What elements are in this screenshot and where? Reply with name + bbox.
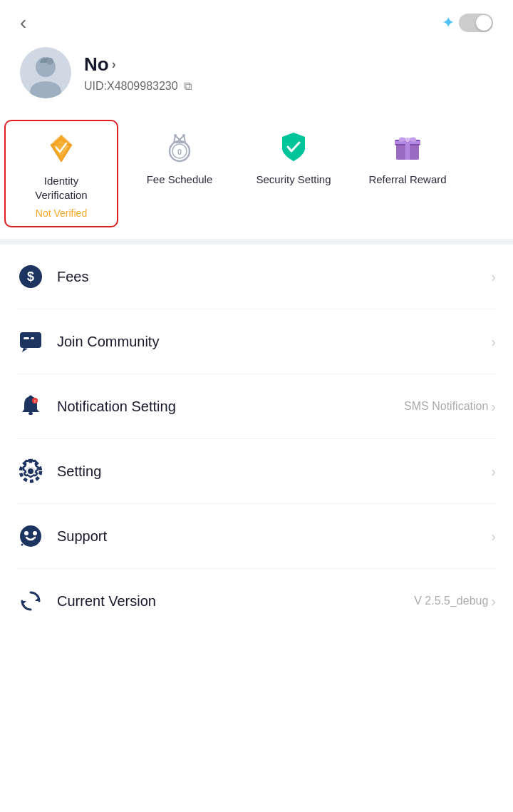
- top-bar: ‹ ✦: [0, 0, 513, 40]
- support-label: Support: [57, 528, 478, 545]
- gift-icon: [389, 128, 426, 165]
- dollar-circle-icon: $: [18, 264, 43, 289]
- version-number: V 2.5.5_debug: [414, 595, 488, 607]
- fees-chevron: ›: [491, 269, 496, 285]
- medal-icon: 0: [161, 128, 198, 165]
- setting-icon-wrap: [17, 458, 44, 485]
- setting-right: ›: [491, 463, 496, 480]
- menu-item-fees[interactable]: $ Fees ›: [17, 245, 496, 309]
- svg-point-9: [174, 134, 177, 137]
- notification-right: SMS Notification ›: [404, 399, 496, 415]
- sun-icon: ✦: [442, 14, 455, 32]
- svg-rect-20: [24, 337, 29, 339]
- gear-icon: [18, 458, 43, 484]
- version-label: Current Version: [57, 593, 401, 610]
- version-right: V 2.5.5_debug ›: [414, 593, 496, 610]
- svg-rect-19: [20, 332, 41, 348]
- svg-point-30: [33, 531, 37, 535]
- version-chevron: ›: [491, 593, 496, 610]
- svg-marker-33: [35, 597, 39, 601]
- svg-point-11: [182, 134, 185, 137]
- action-identity-verification[interactable]: IdentityVerification Not Verified: [4, 120, 118, 227]
- support-icon: [18, 523, 43, 549]
- notification-label: Notification Setting: [57, 399, 391, 415]
- support-right: ›: [491, 528, 496, 545]
- profile-info: No › UID:X4809983230 ⧉: [84, 53, 192, 93]
- identity-sub-label: Not Verified: [36, 207, 87, 219]
- svg-text:!: !: [34, 399, 36, 404]
- version-icon-wrap: [17, 587, 44, 615]
- svg-text:0: 0: [177, 148, 182, 156]
- diamond-icon: [43, 130, 79, 166]
- community-right: ›: [491, 334, 496, 350]
- svg-point-23: [29, 396, 33, 399]
- community-chevron: ›: [491, 334, 496, 350]
- profile-name-text: No: [84, 53, 109, 76]
- svg-point-31: [24, 541, 26, 543]
- fee-schedule-icon-wrap: 0: [160, 127, 200, 167]
- bell-icon: !: [18, 394, 43, 419]
- fees-icon-wrap: $: [17, 263, 44, 290]
- svg-point-29: [24, 531, 28, 535]
- identity-icon-wrap: [41, 128, 81, 168]
- svg-point-16: [405, 138, 410, 142]
- toggle-thumb: [476, 15, 492, 31]
- svg-point-28: [20, 525, 41, 547]
- profile-name-chevron: ›: [112, 57, 116, 72]
- refresh-icon: [18, 588, 43, 614]
- theme-toggle-wrap: ✦: [442, 14, 493, 32]
- setting-chevron: ›: [491, 463, 496, 480]
- fees-right: ›: [491, 269, 496, 285]
- uid-text: UID:X4809983230: [84, 80, 178, 93]
- menu-item-setting[interactable]: Setting ›: [17, 439, 496, 504]
- community-label: Join Community: [57, 334, 478, 350]
- notification-icon-wrap: !: [17, 393, 44, 420]
- fee-schedule-label: Fee Schedule: [147, 173, 213, 187]
- svg-point-1: [30, 81, 61, 98]
- setting-label: Setting: [57, 463, 478, 480]
- profile-name-row[interactable]: No ›: [84, 53, 192, 76]
- svg-point-10: [178, 138, 181, 141]
- notification-sub: SMS Notification: [404, 400, 488, 413]
- support-icon-wrap: [17, 523, 44, 550]
- profile-uid-row: UID:X4809983230 ⧉: [84, 80, 192, 93]
- action-referral-reward[interactable]: Referral Reward: [351, 120, 465, 194]
- menu-item-notification[interactable]: ! Notification Setting SMS Notification …: [17, 374, 496, 439]
- svg-marker-34: [22, 601, 26, 605]
- security-setting-label: Security Setting: [256, 173, 331, 187]
- security-icon-wrap: [274, 127, 314, 167]
- menu-list: $ Fees › Join Community ›: [0, 245, 513, 633]
- quick-actions-row: IdentityVerification Not Verified 0 Fee …: [0, 113, 513, 245]
- menu-item-join-community[interactable]: Join Community ›: [17, 309, 496, 374]
- avatar-icon: [20, 47, 71, 98]
- menu-item-version[interactable]: Current Version V 2.5.5_debug ›: [17, 569, 496, 633]
- svg-rect-21: [31, 337, 34, 339]
- identity-label: IdentityVerification: [35, 174, 87, 202]
- referral-icon-wrap: [388, 127, 428, 167]
- svg-text:$: $: [27, 269, 34, 284]
- support-chevron: ›: [491, 528, 496, 545]
- svg-point-32: [21, 544, 24, 546]
- theme-toggle[interactable]: [459, 14, 493, 32]
- community-icon-wrap: [17, 328, 44, 355]
- profile-section: No › UID:X4809983230 ⧉: [0, 40, 513, 113]
- shield-icon: [275, 128, 312, 165]
- back-button[interactable]: ‹: [20, 13, 26, 33]
- notification-chevron: ›: [491, 399, 496, 415]
- svg-rect-22: [28, 412, 33, 415]
- fees-label: Fees: [57, 269, 478, 285]
- avatar[interactable]: [20, 47, 71, 98]
- copy-icon[interactable]: ⧉: [184, 80, 192, 93]
- action-fee-schedule[interactable]: 0 Fee Schedule: [123, 120, 237, 194]
- chat-icon: [18, 329, 43, 354]
- menu-item-support[interactable]: Support ›: [17, 504, 496, 569]
- action-security-setting[interactable]: Security Setting: [237, 120, 351, 194]
- referral-reward-label: Referral Reward: [368, 173, 446, 187]
- svg-point-2: [46, 58, 53, 65]
